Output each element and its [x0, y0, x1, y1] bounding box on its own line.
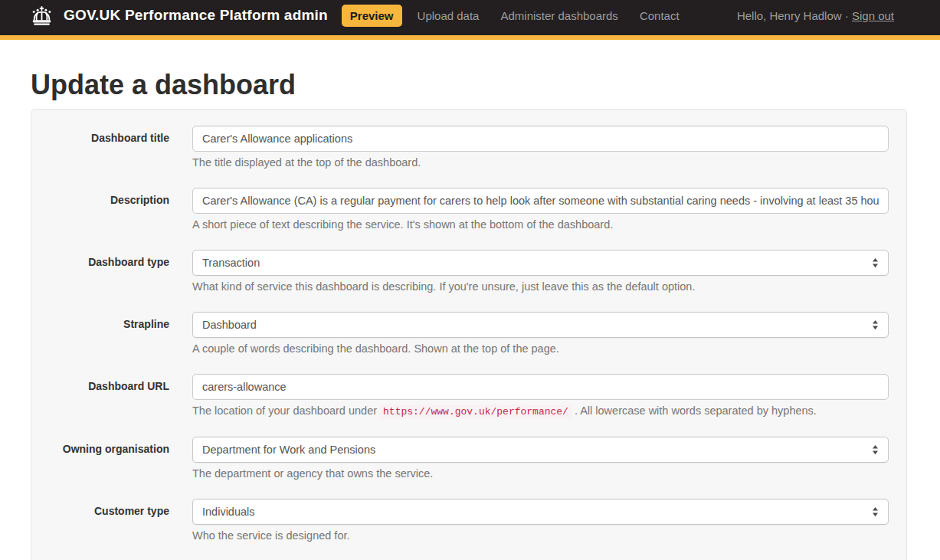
owning-organisation-hint: The department or agency that owns the s… [192, 467, 889, 480]
form-row-dashboard-url: Dashboard URL The location of your dashb… [47, 374, 889, 418]
description-label: Description [47, 188, 169, 231]
dashboard-title-label: Dashboard title [47, 126, 169, 169]
strapline-label: Strapline [47, 312, 169, 355]
strapline-selected-value: Dashboard [202, 319, 257, 331]
dashboard-url-hint-after: . All lowercase with words separated by … [572, 404, 817, 417]
customer-type-select[interactable]: Individuals [192, 499, 889, 525]
owning-organisation-select[interactable]: Department for Work and Pensions [192, 437, 889, 463]
nav-item-contact[interactable]: Contact [629, 5, 690, 27]
form-row-owning-organisation: Owning organisation Department for Work … [47, 437, 889, 480]
strapline-select[interactable]: Dashboard [192, 312, 889, 338]
strapline-hint: A couple of words describing the dashboa… [192, 342, 889, 355]
dashboard-form-panel: Dashboard title The title displayed at t… [31, 109, 907, 560]
dashboard-type-select[interactable]: Transaction [192, 250, 889, 276]
owning-organisation-label: Owning organisation [47, 437, 169, 480]
customer-type-hint: Who the service is designed for. [192, 529, 889, 542]
select-arrows-icon [872, 444, 879, 455]
greeting-text: Hello, Henry Hadlow [737, 9, 842, 22]
dashboard-url-hint: The location of your dashboard under htt… [192, 404, 889, 418]
description-hint: A short piece of text describing the ser… [192, 218, 889, 231]
form-row-description: Description A short piece of text descri… [47, 188, 889, 231]
dashboard-type-hint: What kind of service this dashboard is d… [192, 280, 889, 293]
form-row-customer-type: Customer type Individuals Who the servic… [47, 499, 889, 542]
top-navbar: GOV.UK Performance Platform admin Previe… [0, 0, 940, 40]
nav-item-administer-dashboards[interactable]: Administer dashboards [490, 5, 628, 27]
performance-url-code: https://www.gov.uk/performance/ [380, 404, 572, 419]
greeting-separator: · [845, 9, 849, 22]
nav-item-upload-data[interactable]: Upload data [407, 5, 490, 27]
sign-out-link[interactable]: Sign out [852, 9, 894, 22]
customer-type-selected-value: Individuals [202, 506, 255, 518]
description-input[interactable] [192, 188, 889, 214]
app-title: GOV.UK Performance Platform admin [64, 7, 328, 24]
dashboard-url-hint-before: The location of your dashboard under [192, 404, 380, 417]
owning-organisation-selected-value: Department for Work and Pensions [202, 444, 375, 456]
select-arrows-icon [872, 319, 879, 330]
nav-links: Preview Upload data Administer dashboard… [342, 5, 690, 27]
dashboard-url-label: Dashboard URL [47, 374, 169, 418]
dashboard-title-hint: The title displayed at the top of the da… [192, 156, 889, 169]
dashboard-url-input[interactable] [192, 374, 889, 400]
form-row-dashboard-type: Dashboard type Transaction What kind of … [47, 250, 889, 293]
select-arrows-icon [872, 257, 879, 268]
nav-item-preview[interactable]: Preview [342, 5, 402, 27]
form-row-dashboard-title: Dashboard title The title displayed at t… [47, 126, 889, 169]
brand: GOV.UK Performance Platform admin [29, 5, 328, 26]
user-greeting: Hello, Henry Hadlow · Sign out [737, 9, 894, 22]
customer-type-label: Customer type [47, 499, 169, 542]
dashboard-title-input[interactable] [192, 126, 889, 152]
dashboard-type-label: Dashboard type [47, 250, 169, 293]
page-title: Update a dashboard [31, 69, 909, 101]
crown-icon [29, 5, 54, 26]
dashboard-type-selected-value: Transaction [202, 257, 260, 269]
form-row-strapline: Strapline Dashboard A couple of words de… [47, 312, 889, 355]
select-arrows-icon [872, 506, 879, 517]
